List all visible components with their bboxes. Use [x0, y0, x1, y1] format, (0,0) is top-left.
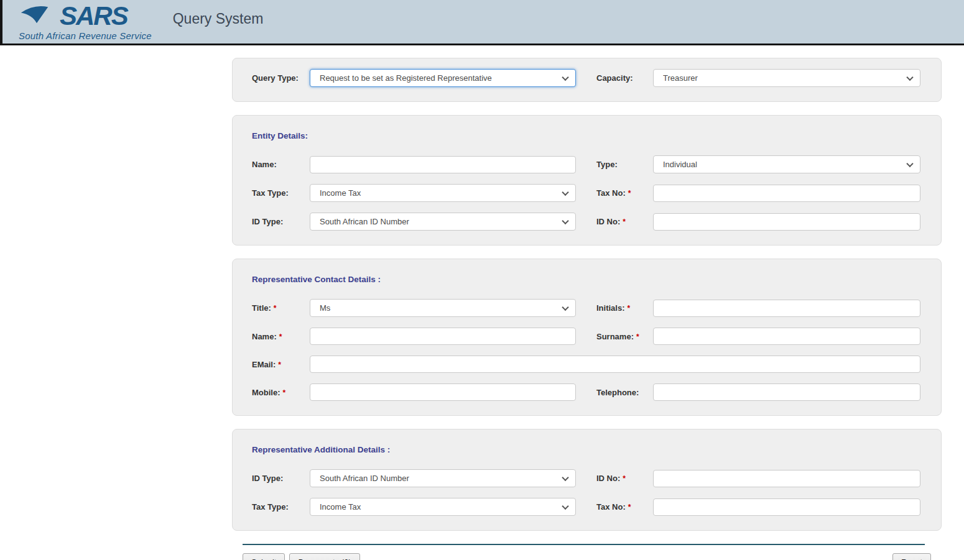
representative-contact-heading: Representative Contact Details : — [252, 275, 922, 284]
email-label-text: EMail: — [252, 360, 276, 369]
mobile-label-text: Mobile: — [252, 388, 280, 397]
mobile-input[interactable] — [310, 383, 576, 401]
page-title: Query System — [173, 11, 264, 34]
sars-tagline: South African Revenue Service — [19, 31, 152, 40]
required-asterisk: * — [636, 333, 639, 341]
footer-actions: Submit Documents (0) Reset — [243, 553, 931, 560]
rep-tax-type-label: Tax Type: — [252, 502, 310, 512]
query-type-select-wrap: Request to be set as Registered Represen… — [310, 69, 576, 87]
entity-type-label: Type: — [596, 160, 653, 169]
entity-id-no-label: ID No:* — [596, 217, 653, 226]
required-asterisk: * — [279, 333, 282, 341]
app-header: SARS South African Revenue Service Query… — [0, 0, 964, 45]
required-asterisk: * — [274, 304, 277, 313]
entity-tax-type-select-wrap: Income Tax — [310, 184, 576, 202]
entity-tax-no-label-text: Tax No: — [596, 188, 626, 198]
title-select-wrap: Ms — [310, 299, 576, 317]
entity-id-type-select[interactable]: South African ID Number — [310, 213, 576, 231]
required-asterisk: * — [628, 189, 631, 198]
rep-tax-type-select[interactable]: Income Tax — [310, 498, 576, 516]
query-type-label: Query Type: — [252, 73, 310, 83]
required-asterisk: * — [283, 388, 286, 397]
email-label: EMail:* — [252, 360, 310, 369]
entity-id-no-label-text: ID No: — [596, 217, 620, 226]
rep-id-type-select[interactable]: South African ID Number — [310, 469, 576, 487]
sars-logo: SARS South African Revenue Service — [19, 3, 152, 40]
sars-brand-text: SARS — [60, 3, 127, 29]
sars-logo-mark-row: SARS — [19, 3, 152, 29]
required-asterisk: * — [623, 474, 626, 483]
surname-input[interactable] — [653, 328, 920, 345]
surname-label: Surname:* — [596, 332, 653, 341]
representative-additional-heading: Representative Additional Details : — [252, 445, 922, 454]
required-asterisk: * — [278, 360, 281, 369]
entity-id-type-label: ID Type: — [252, 217, 310, 226]
required-asterisk: * — [628, 304, 631, 313]
rep-id-type-label: ID Type: — [252, 474, 310, 483]
title-select[interactable]: Ms — [310, 299, 576, 317]
entity-id-no-input[interactable] — [653, 213, 920, 231]
representative-contact-panel: Representative Contact Details : Title:*… — [232, 259, 942, 416]
query-panel: Query Type: Request to be set as Registe… — [232, 58, 942, 102]
initials-label-text: Initials: — [596, 303, 625, 313]
title-label: Title:* — [252, 303, 310, 313]
entity-tax-type-label: Tax Type: — [252, 188, 310, 198]
entity-type-select-wrap: Individual — [653, 155, 920, 173]
entity-tax-type-select[interactable]: Income Tax — [310, 184, 576, 202]
telephone-input[interactable] — [653, 383, 920, 401]
surname-label-text: Surname: — [596, 332, 634, 341]
capacity-select-wrap: Treasurer — [653, 69, 920, 87]
title-label-text: Title: — [252, 303, 271, 313]
rep-tax-no-label: Tax No:* — [596, 502, 653, 512]
entity-details-heading: Entity Details: — [252, 131, 922, 140]
representative-additional-panel: Representative Additional Details : ID T… — [232, 429, 942, 531]
rep-tax-no-label-text: Tax No: — [596, 502, 626, 512]
required-asterisk: * — [623, 218, 626, 226]
rep-id-no-label: ID No:* — [596, 474, 653, 483]
capacity-label: Capacity: — [596, 73, 653, 83]
entity-details-panel: Entity Details: Name: Type: Individual T… — [232, 115, 942, 246]
email-input[interactable] — [310, 356, 920, 373]
required-asterisk: * — [628, 503, 631, 512]
initials-input[interactable] — [653, 300, 920, 317]
entity-tax-no-label: Tax No:* — [596, 188, 653, 198]
rep-id-no-label-text: ID No: — [596, 474, 620, 483]
rep-name-label-text: Name: — [252, 332, 277, 341]
rep-name-input[interactable] — [310, 328, 576, 345]
capacity-select[interactable]: Treasurer — [653, 69, 920, 87]
entity-type-select[interactable]: Individual — [653, 155, 920, 173]
rep-tax-no-input[interactable] — [653, 498, 920, 516]
page: SARS South African Revenue Service Query… — [0, 0, 964, 560]
query-type-select[interactable]: Request to be set as Registered Represen… — [310, 69, 576, 87]
initials-label: Initials:* — [596, 303, 653, 313]
entity-name-input[interactable] — [310, 156, 576, 173]
entity-name-label: Name: — [252, 160, 310, 169]
rep-tax-type-select-wrap: Income Tax — [310, 498, 576, 516]
mobile-label: Mobile:* — [252, 388, 310, 397]
footer-divider — [243, 544, 925, 545]
rep-id-type-select-wrap: South African ID Number — [310, 469, 576, 487]
reset-button[interactable]: Reset — [892, 553, 931, 560]
documents-button[interactable]: Documents (0) — [289, 553, 359, 560]
rep-name-label: Name:* — [252, 332, 310, 341]
entity-id-type-select-wrap: South African ID Number — [310, 213, 576, 231]
form-main: Query Type: Request to be set as Registe… — [232, 45, 942, 560]
telephone-label: Telephone: — [596, 388, 653, 397]
submit-button[interactable]: Submit — [243, 553, 285, 560]
rep-id-no-input[interactable] — [653, 470, 920, 487]
entity-tax-no-input[interactable] — [653, 185, 920, 202]
sars-checkmark-icon — [19, 3, 63, 29]
